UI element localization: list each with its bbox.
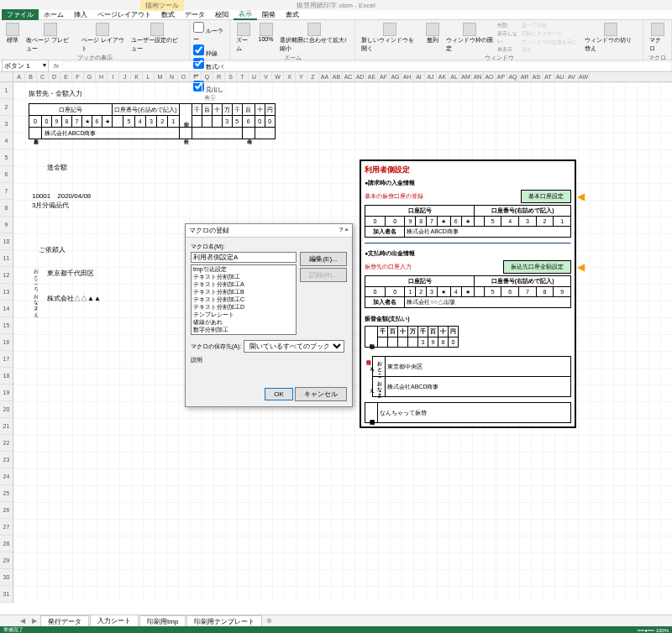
col-header[interactable]: H [96, 72, 108, 81]
freeze-button[interactable]: ウィンドウ枠の固定 [444, 22, 496, 54]
row-header[interactable]: 22 [0, 435, 13, 452]
row-header[interactable]: 3 [0, 116, 13, 133]
tab-data[interactable]: データ [180, 10, 210, 19]
scope-select[interactable]: 開いているすべてのブック [244, 340, 344, 353]
col-header[interactable]: AQ [507, 72, 519, 81]
select-all-corner[interactable] [0, 72, 13, 81]
row-header[interactable]: 6 [0, 166, 13, 183]
col-header[interactable]: U [249, 72, 260, 81]
fee-value[interactable] [192, 128, 242, 139]
row-header[interactable]: 23 [0, 452, 13, 468]
row-header[interactable]: 12 [0, 267, 13, 284]
pagelayout-button[interactable]: ページ レイアウト [79, 22, 127, 54]
remark-value[interactable] [255, 128, 275, 139]
col-header[interactable]: AU [554, 72, 566, 81]
sheet-tab-0[interactable]: 発行データ [40, 615, 89, 627]
fx-icon[interactable]: fx [50, 62, 62, 70]
switch-window-button[interactable]: ウィンドウの切り替え [582, 22, 640, 54]
row-header[interactable]: 5 [0, 149, 13, 166]
row-header[interactable]: 30 [0, 569, 13, 586]
macros-button[interactable]: マクロ [647, 22, 668, 54]
row-header[interactable]: 14 [0, 301, 13, 317]
col-header[interactable]: AO [484, 72, 496, 81]
col-header[interactable]: C [37, 72, 49, 81]
row-header[interactable]: 1 [0, 82, 13, 99]
col-header[interactable]: AT [543, 72, 554, 81]
col-header[interactable]: AI [413, 72, 425, 81]
row-header[interactable]: 10 [0, 233, 13, 250]
col-header[interactable]: AC [343, 72, 354, 81]
customview-button[interactable]: ユーザー設定のビュー [129, 22, 186, 54]
zoom-selection-button[interactable]: 選択範囲に合わせて拡大/縮小 [277, 22, 351, 54]
col-header[interactable]: AA [319, 72, 331, 81]
macro-list-item[interactable]: テキスト分割加工D [192, 303, 296, 311]
row-header[interactable]: 15 [0, 317, 13, 334]
col-header[interactable]: AE [366, 72, 378, 81]
tab-nav-prev[interactable]: ◀ [17, 617, 29, 625]
macro-list-item[interactable]: テキスト分割加工A [192, 280, 296, 288]
row-header[interactable]: 7 [0, 183, 13, 200]
row-header[interactable]: 18 [0, 368, 13, 385]
col-header[interactable]: V [260, 72, 272, 81]
macro-list-item[interactable]: テキスト分割加工C [192, 296, 296, 303]
arrange-button[interactable]: 整列 [423, 22, 442, 54]
col-header[interactable]: E [60, 72, 72, 81]
col-header[interactable]: R [213, 72, 225, 81]
basic-account-button[interactable]: 基本口座設定 [521, 190, 571, 203]
row-header[interactable]: 13 [0, 284, 13, 301]
col-header[interactable]: Z [307, 72, 319, 81]
formula-input[interactable] [62, 61, 672, 71]
macro-list-item[interactable]: 数字分割加工 [192, 326, 296, 333]
row-header[interactable]: 21 [0, 418, 13, 435]
tab-formulas[interactable]: 数式 [156, 10, 180, 19]
payer-value[interactable]: 株式会社ABCD商事 [42, 128, 180, 139]
tab-file[interactable]: ファイル [2, 9, 39, 20]
col-header[interactable]: G [84, 72, 96, 81]
row-header[interactable]: 11 [0, 250, 13, 267]
macro-list-item[interactable]: テキスト分割加工 [192, 273, 296, 280]
name-box[interactable]: ボタン 1▾ [2, 60, 49, 72]
sheet-tab-2[interactable]: 印刷用tmp [139, 615, 186, 627]
close-icon[interactable]: × [344, 226, 349, 233]
col-header[interactable]: D [49, 72, 60, 81]
tab-pagelayout[interactable]: ページレイアウト [92, 10, 156, 19]
hide-button[interactable]: 表示しない [497, 30, 520, 45]
zoom-value[interactable]: 100% [656, 628, 669, 633]
row-header[interactable]: 29 [0, 552, 13, 569]
ok-button[interactable]: OK [265, 388, 293, 400]
right-payer2[interactable]: 株式会社○○△出版 [405, 297, 571, 308]
row-header[interactable]: 20 [0, 401, 13, 418]
col-header[interactable]: AW [578, 72, 590, 81]
col-header[interactable]: M [155, 72, 166, 81]
row-header[interactable]: 28 [0, 536, 13, 552]
col-header[interactable]: AS [531, 72, 543, 81]
col-header[interactable]: AK [437, 72, 449, 81]
col-header[interactable]: A [13, 72, 25, 81]
worksheet-grid[interactable]: 1234567891011121314151617181920212223242… [0, 82, 672, 603]
row-header[interactable]: 9 [0, 217, 13, 233]
tab-home[interactable]: ホーム [39, 10, 69, 19]
tab-nav-next[interactable]: ▶ [29, 617, 40, 625]
right-payer1[interactable]: 株式会社ABCD商事 [405, 227, 571, 238]
col-header[interactable]: AV [566, 72, 578, 81]
row-header[interactable]: 24 [0, 468, 13, 485]
tab-view[interactable]: 表示 [234, 9, 257, 20]
col-header[interactable]: I [108, 72, 119, 81]
col-header[interactable]: T [237, 72, 249, 81]
macro-list-item[interactable]: 破線があれ [192, 318, 296, 326]
col-header[interactable]: S [225, 72, 237, 81]
col-header[interactable]: AG [390, 72, 402, 81]
col-header[interactable]: B [25, 72, 37, 81]
zoom100-button[interactable]: 100% [256, 22, 276, 54]
row-header[interactable]: 8 [0, 200, 13, 217]
col-header[interactable]: W [272, 72, 284, 81]
macro-list-item[interactable]: テンプレシート [192, 311, 296, 318]
row-header[interactable]: 4 [0, 133, 13, 149]
chevron-down-icon[interactable]: ▾ [43, 61, 46, 71]
col-header[interactable]: AD [354, 72, 366, 81]
self-addr[interactable]: 東京都中央区 [386, 357, 571, 377]
col-header[interactable]: AJ [425, 72, 437, 81]
self-name[interactable]: 株式会社ABCD商事 [386, 377, 571, 397]
macro-list[interactable]: tmp引込設定テキスト分割加工テキスト分割加工Aテキスト分割加工Bテキスト分割加… [191, 264, 297, 335]
col-header[interactable]: AH [402, 72, 413, 81]
